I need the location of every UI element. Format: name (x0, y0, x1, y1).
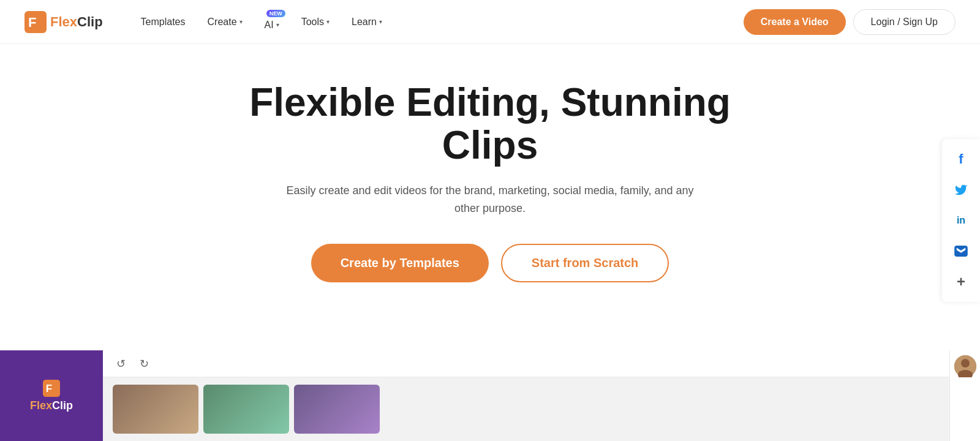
hero-subtitle: Easily create and edit videos for the br… (276, 182, 704, 217)
plus-icon[interactable]: + (948, 269, 974, 295)
nav-actions: Create a Video Login / Sign Up (744, 9, 956, 35)
svg-text:F: F (46, 383, 52, 394)
avatar (954, 355, 976, 377)
timeline-clip-2[interactable] (203, 385, 289, 434)
email-icon[interactable] (948, 238, 974, 264)
chevron-down-icon: ▾ (276, 21, 279, 28)
chevron-down-icon: ▾ (379, 18, 382, 25)
nav-item-tools[interactable]: Tools ▾ (293, 12, 338, 32)
editor-timeline (103, 377, 949, 441)
editor-right-panel (949, 350, 980, 441)
hero-buttons: Create by Templates Start from Scratch (311, 244, 669, 282)
create-by-templates-button[interactable]: Create by Templates (311, 244, 489, 282)
editor-toolbar: ↺ ↻ (103, 350, 949, 377)
svg-text:F: F (28, 15, 36, 30)
hero-title: Flexible Editing, Stunning Clips (214, 81, 766, 167)
navbar: F FlexClip Templates Create ▾ NEW AI ▾ T… (0, 0, 980, 44)
twitter-icon[interactable] (948, 177, 974, 203)
facebook-icon[interactable]: f (948, 146, 974, 172)
chevron-down-icon: ▾ (239, 18, 243, 25)
timeline-clip-3[interactable] (294, 385, 380, 434)
ai-new-badge: NEW (266, 10, 285, 17)
logo-text: FlexClip (50, 14, 103, 30)
undo-button[interactable]: ↺ (113, 356, 129, 372)
social-sidebar: f in + (942, 139, 980, 302)
editor-main: ↺ ↻ (103, 350, 949, 441)
linkedin-icon[interactable]: in (948, 208, 974, 233)
logo[interactable]: F FlexClip (24, 11, 103, 33)
nav-item-ai[interactable]: NEW AI ▾ (256, 9, 288, 36)
editor-preview: F FlexClip ↺ ↻ (0, 350, 980, 441)
login-signup-button[interactable]: Login / Sign Up (853, 9, 956, 35)
editor-logo-icon: F (43, 380, 60, 397)
editor-sidebar-panel: F FlexClip (0, 350, 103, 441)
redo-button[interactable]: ↻ (136, 356, 152, 372)
chevron-down-icon: ▾ (326, 18, 330, 25)
hero-section: Flexible Editing, Stunning Clips Easily … (0, 44, 980, 307)
create-video-button[interactable]: Create a Video (744, 9, 846, 35)
timeline-clip-1[interactable] (113, 385, 198, 434)
logo-icon: F (24, 11, 47, 33)
nav-item-templates[interactable]: Templates (132, 12, 194, 32)
editor-logo-text: FlexClip (30, 399, 73, 412)
nav-item-learn[interactable]: Learn ▾ (343, 12, 391, 32)
nav-item-create[interactable]: Create ▾ (199, 12, 251, 32)
start-from-scratch-button[interactable]: Start from Scratch (501, 244, 669, 282)
nav-links: Templates Create ▾ NEW AI ▾ Tools ▾ Lear… (132, 9, 744, 36)
svg-point-5 (961, 359, 970, 368)
